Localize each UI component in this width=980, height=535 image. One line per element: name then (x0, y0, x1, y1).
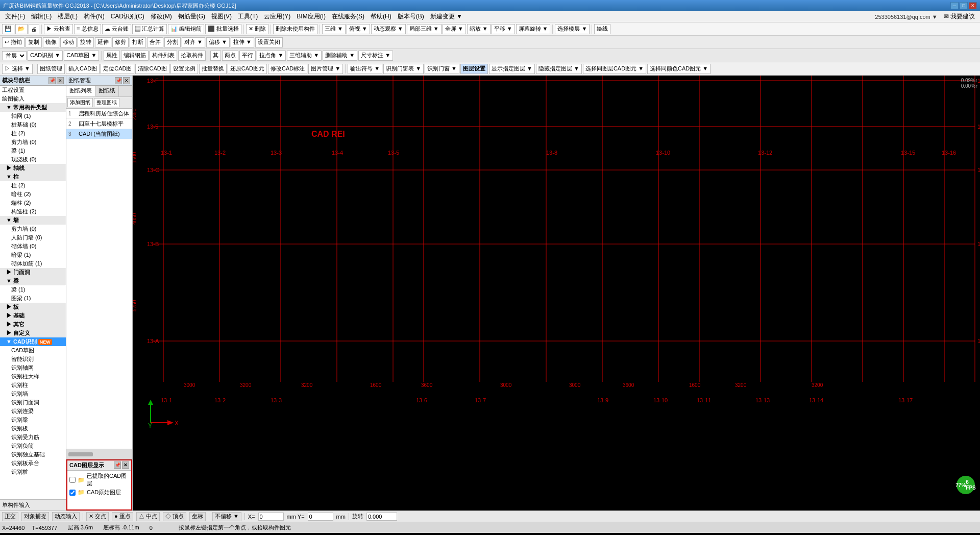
tb-insert-cad[interactable]: 插入CAD图 (66, 64, 100, 74)
sb-vertex[interactable]: ◇ 顶点 (163, 512, 186, 521)
tree-pile-base[interactable]: 桩基础 (0) (0, 120, 66, 129)
tb-fullscreen[interactable]: 全屏 ▼ (443, 24, 466, 34)
tb-layer-settings[interactable]: 图层设置 (460, 64, 488, 74)
tree-air-def-wall[interactable]: 人防门墙 (0) (0, 233, 66, 242)
tree-id-pile[interactable]: 识别桩 (0, 468, 66, 476)
tree-id-slab[interactable]: 识别板 (0, 424, 66, 433)
btn-add-drawing[interactable]: 添加图纸 (67, 98, 93, 107)
close-button[interactable]: ✕ (969, 2, 977, 9)
tb-save[interactable]: 💾 (2, 24, 14, 34)
tb-other[interactable]: 其 (210, 51, 221, 61)
tb-photo-mgmt[interactable]: 图片管理 ▼ (308, 64, 343, 74)
menu-bim[interactable]: BIM应用(I) (293, 11, 329, 22)
floor-selector[interactable]: 首层 (2, 51, 27, 60)
tb-parallel[interactable]: 平行 (239, 51, 256, 61)
tb-delete[interactable]: ✕ 删除 (246, 24, 268, 34)
tb-show-layer[interactable]: 显示指定图层 ▼ (489, 64, 535, 74)
sb-ortho[interactable]: 正交 (2, 512, 18, 521)
tb-merge[interactable]: 合并 (147, 37, 163, 47)
tb-break[interactable]: 打断 (130, 37, 146, 47)
tb-edit-rebar[interactable]: 📊 编辑钢筋 (168, 24, 204, 34)
tree-dark-beam[interactable]: 暗梁 (1) (0, 251, 66, 259)
sb-intersection[interactable]: ✕ 交点 (86, 512, 109, 521)
tb-move[interactable]: 移动 (60, 37, 77, 47)
tree-foundation[interactable]: ▶ 基础 (0, 311, 66, 320)
tree-id-axis[interactable]: 识别轴网 (0, 363, 66, 372)
menu-online[interactable]: 在线服务(S) (329, 11, 368, 22)
tree-slab[interactable]: ▶ 板 (0, 303, 66, 311)
sb-coord[interactable]: 坐标 (189, 512, 206, 521)
menu-rebar[interactable]: 钢筋量(G) (175, 11, 208, 22)
menu-modify[interactable]: 修改(M) (148, 11, 175, 22)
tree-custom[interactable]: ▶ 自定义 (0, 329, 66, 337)
tree-block-rebar[interactable]: 砌体加筋 (1) (0, 259, 66, 268)
tree-block-wall[interactable]: 砌体墙 (0) (0, 242, 66, 251)
tree-common-types[interactable]: ▼ 常用构件类型 (0, 103, 66, 112)
tb-sel-same-layer[interactable]: 选择同图层CAD图元 ▼ (583, 64, 646, 74)
tb-edit-rebar2[interactable]: 编辑钢筋 (121, 51, 149, 61)
sb-no-offset[interactable]: 不偏移 ▼ (212, 512, 241, 521)
tb-id-door[interactable]: 识别门窗 ▼ (425, 64, 459, 74)
tb-extend[interactable]: 延伸 (95, 37, 111, 47)
tree-shear-wall[interactable]: 剪力墙 (0) (0, 138, 66, 147)
maximize-button[interactable]: □ (960, 2, 968, 9)
sb-x-input[interactable] (258, 513, 284, 521)
canvas-area[interactable]: 13-1 13-2 13-3 13-4 13-5 13-8 13-10 13-1… (133, 76, 980, 510)
tree-end-col[interactable]: 端柱 (2) (0, 199, 66, 207)
sb-snap[interactable]: 对象捕捉 (21, 512, 49, 521)
tb-open[interactable]: 📂 (15, 24, 28, 34)
tree-id-col[interactable]: 识别柱 (0, 381, 66, 390)
tree-beam[interactable]: 梁 (1) (0, 147, 66, 155)
drawing-row-2[interactable]: 2 四至十七层楼标平 (66, 119, 132, 129)
tb-pan[interactable]: 平移 ▼ (492, 24, 515, 34)
tb-split[interactable]: 分割 (164, 37, 181, 47)
tb-set-scale[interactable]: 设置比例 (170, 64, 198, 74)
tb-mirror[interactable]: 镜像 (43, 37, 59, 47)
tb-screen-rotate[interactable]: 屏幕旋转 ▼ (516, 24, 551, 34)
tree-draw-input[interactable]: 绘图输入 (0, 94, 66, 103)
tb-component-list[interactable]: 构件列表 (150, 51, 177, 61)
tb-snap-angle[interactable]: 拉点角 ▼ (257, 51, 286, 61)
menu-new-change[interactable]: 新建变更 ▼ (427, 11, 465, 22)
tb-del-aux[interactable]: 删除辅助 ▼ (323, 51, 357, 61)
tb-two-point[interactable]: 两点 (222, 51, 238, 61)
tb-cloud-check[interactable]: ▶ 云检查 (44, 24, 73, 34)
menu-view[interactable]: 视图(V) (208, 11, 235, 22)
tb-locate-cad[interactable]: 定位CAD图 (101, 64, 134, 74)
tb-clear-cad[interactable]: 清除CAD图 (135, 64, 169, 74)
menu-cad[interactable]: CAD识别(C) (108, 11, 148, 22)
tree-shear-wall2[interactable]: 剪力墙 (0) (0, 225, 66, 233)
tb-select-floor[interactable]: 选择楼层 ▼ (555, 24, 590, 34)
tb-top-view[interactable]: 俯视 ▼ (347, 24, 370, 34)
tb-rotate[interactable]: 旋转 (78, 37, 94, 47)
user-account[interactable]: 2533056131@qq.com ▼ (872, 14, 940, 20)
tb-batch-replace[interactable]: 批量替换 (199, 64, 227, 74)
menu-cloud[interactable]: 云应用(Y) (261, 11, 293, 22)
tree-construct-col[interactable]: 构造柱 (2) (0, 207, 66, 216)
tb-delete-unused[interactable]: 删除未使用构件 (273, 24, 317, 34)
sb-dynamic[interactable]: 动态输入 (52, 512, 80, 521)
drawing-panel-close[interactable]: ✕ (123, 77, 130, 84)
tb-zoom[interactable]: 缩放 ▼ (467, 24, 491, 34)
sb-y-input[interactable] (308, 513, 333, 521)
tb-align[interactable]: 对齐 ▼ (182, 37, 205, 47)
menu-help[interactable]: 帮助(H) (368, 11, 395, 22)
menu-version[interactable]: 版本号(B) (395, 11, 427, 22)
cad-layers-pin[interactable]: 📌 (114, 461, 121, 469)
tb-print[interactable]: 🖨 (29, 24, 39, 34)
tb-offset[interactable]: 偏移 ▼ (206, 37, 230, 47)
tree-axis-net[interactable]: 轴网 (1) (0, 112, 66, 120)
menu-msg[interactable]: ✉ 我要建议 (941, 11, 978, 22)
tb-dim[interactable]: 尺寸标注 ▼ (358, 51, 393, 61)
tb-3d-aux[interactable]: 三维辅助 ▼ (287, 51, 322, 61)
menu-component[interactable]: 构件(N) (81, 11, 108, 22)
sb-midpoint[interactable]: △ 中点 (136, 512, 160, 521)
menu-edit[interactable]: 编辑(E) (28, 11, 55, 22)
tb-undo[interactable]: ↩ 撤销 (2, 37, 24, 47)
tree-cad-draft[interactable]: CAD草图 (0, 346, 66, 355)
tree-id-conn-beam[interactable]: 识别连梁 (0, 407, 66, 416)
tree-beam-group[interactable]: ▼ 梁 (0, 277, 66, 285)
tree-ring-beam[interactable]: 圈梁 (1) (0, 294, 66, 303)
tb-stretch[interactable]: 拉伸 ▼ (231, 37, 254, 47)
tree-area[interactable]: 工程设置 绘图输入 ▼ 常用构件类型 轴网 (1) 桩基础 (0) 柱 (2) … (0, 86, 66, 499)
